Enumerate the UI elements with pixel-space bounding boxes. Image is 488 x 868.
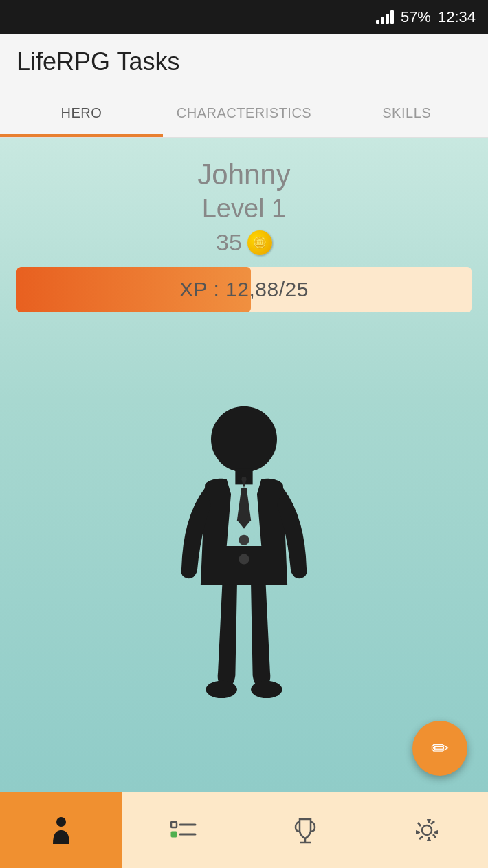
svg-point-0 — [211, 406, 277, 473]
svg-point-14 — [422, 825, 432, 835]
coin-icon: 🪙 — [247, 230, 272, 255]
hero-name: Johnny — [197, 158, 290, 191]
xp-bar-label: XP : 12,88/25 — [16, 267, 472, 312]
pencil-icon: ✏ — [431, 735, 450, 761]
battery-level: 57% — [401, 8, 431, 26]
status-bar: 57% 12:34 — [0, 0, 488, 34]
bottom-nav — [0, 792, 488, 868]
trophy-icon — [290, 815, 320, 845]
tab-bar: HERO Characteristics SKILLS — [0, 89, 488, 138]
nav-item-settings[interactable] — [366, 792, 489, 868]
app-header: LifeRPG Tasks — [0, 34, 488, 89]
svg-point-3 — [239, 554, 249, 564]
svg-point-5 — [251, 681, 282, 698]
person-icon — [46, 815, 76, 845]
time-display: 12:34 — [438, 8, 476, 26]
svg-point-2 — [239, 535, 249, 545]
hero-level: Level 1 — [202, 194, 287, 224]
signal-icon — [376, 10, 394, 24]
svg-rect-9 — [171, 832, 177, 837]
edit-fab[interactable]: ✏ — [412, 721, 467, 776]
nav-item-achievements[interactable] — [244, 792, 366, 868]
tab-hero[interactable]: HERO — [0, 89, 163, 137]
list-icon — [168, 815, 198, 845]
app-title: LifeRPG Tasks — [16, 47, 179, 76]
svg-rect-8 — [171, 822, 177, 827]
hero-avatar — [148, 394, 340, 724]
svg-point-6 — [56, 817, 66, 827]
main-content: Johnny Level 1 35 🪙 XP : 12,88/25 — [0, 138, 488, 792]
hero-figure — [148, 326, 340, 792]
hero-coins: 35 🪙 — [216, 229, 272, 256]
gear-icon — [412, 815, 442, 845]
tab-characteristics[interactable]: Characteristics — [163, 89, 326, 137]
nav-item-tasks[interactable] — [122, 792, 245, 868]
coins-value: 35 — [216, 229, 242, 256]
xp-bar-container: XP : 12,88/25 — [16, 267, 472, 312]
nav-item-hero[interactable] — [0, 792, 122, 868]
svg-point-4 — [206, 681, 236, 698]
tab-skills[interactable]: SKILLS — [325, 89, 488, 137]
